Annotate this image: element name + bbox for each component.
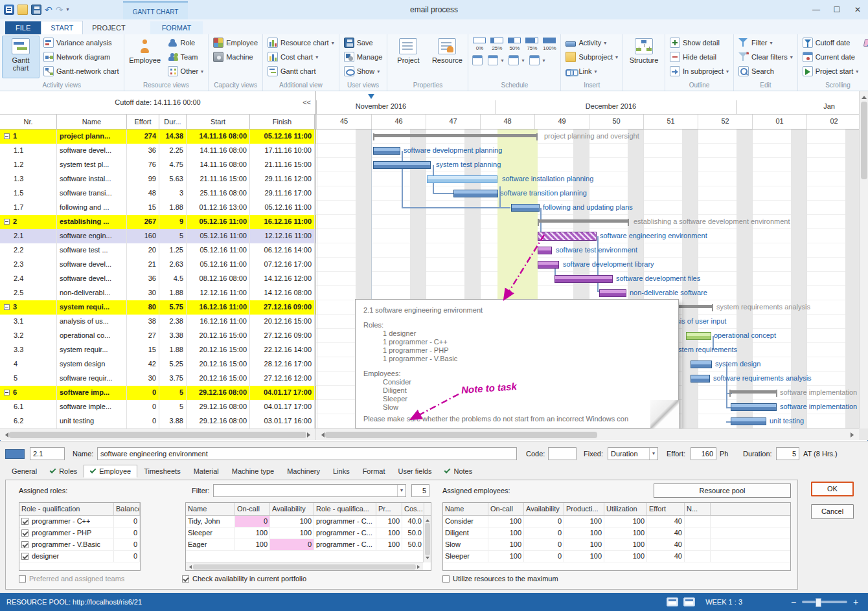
task-bar[interactable]	[453, 190, 498, 197]
column-header-producti[interactable]: Producti...	[564, 503, 604, 515]
timeline-week-47[interactable]: 47	[426, 115, 480, 129]
task-color-swatch[interactable]	[5, 449, 25, 459]
column-header-dur[interactable]: Dur...	[159, 115, 187, 129]
tab-timesheets[interactable]: Timesheets	[137, 465, 187, 478]
ribbon-button-search[interactable]: Search	[736, 64, 795, 78]
eraser-icon[interactable]	[863, 39, 868, 47]
ribbon-button-resource-chart[interactable]: Resource chart▾	[265, 36, 337, 50]
task-row[interactable]: 5software requir...303.7520.12.16 15:002…	[0, 372, 315, 386]
hscrollbar-thumb[interactable]	[193, 564, 416, 570]
table-hscrollbar-thumb[interactable]	[9, 432, 306, 438]
ribbon-button-subproject[interactable]: Subproject▾	[563, 50, 621, 64]
undo-icon[interactable]: ↶	[45, 5, 52, 15]
ribbon-button-in-subproject[interactable]: In subproject▾	[667, 64, 731, 78]
zoom-in-button[interactable]: +	[850, 597, 862, 607]
view-toggle-1-icon[interactable]	[667, 597, 678, 606]
task-name-input[interactable]: software engineering environment	[97, 447, 517, 460]
code-input[interactable]	[548, 447, 577, 460]
task-row[interactable]: 3system requi...805.7516.12.16 11:0027.1…	[0, 300, 315, 315]
table-row[interactable]: programmer - C++0	[19, 516, 140, 528]
table-row[interactable]: Consider100010010040	[443, 516, 790, 528]
task-bar[interactable]	[427, 175, 497, 183]
tab-user-fields[interactable]: User fields	[391, 465, 438, 478]
task-row[interactable]: 2.4software devel...364.508.12.16 08:001…	[0, 272, 315, 286]
checkbox-preferred-and-assigned-teams[interactable]: Preferred and assigned teams	[19, 575, 124, 583]
ribbon-button-link[interactable]: Link▾	[563, 64, 621, 78]
checkbox-icon[interactable]	[21, 518, 29, 525]
ribbon-button-show-detail[interactable]: Show detail	[667, 36, 731, 50]
ribbon-button-variance-analysis[interactable]: Variance analysis	[41, 36, 122, 50]
collapse-toggle-icon[interactable]	[4, 133, 10, 139]
column-header-role-qualification[interactable]: Role - qualification	[19, 503, 114, 515]
chart-scroll-right-icon[interactable]	[850, 432, 859, 438]
ribbon-button-gantt-network-chart[interactable]: Gantt-network chart	[41, 64, 122, 78]
task-bar[interactable]	[538, 247, 552, 254]
column-header-name[interactable]: Name	[443, 503, 488, 515]
collapse-panel-button[interactable]: <<	[301, 97, 313, 107]
ribbon-button-show[interactable]: Show▾	[341, 64, 385, 78]
task-bar[interactable]	[731, 417, 766, 425]
checkbox-icon[interactable]	[21, 553, 29, 560]
timeline-week-52[interactable]: 52	[698, 115, 752, 129]
vscrollbar-thumb[interactable]	[425, 523, 430, 555]
view-toggle-2-icon[interactable]	[683, 597, 695, 606]
zoom-out-button[interactable]: −	[788, 597, 799, 607]
fixed-select[interactable]: Duration ▾	[608, 447, 658, 460]
column-header-name[interactable]: Name	[186, 503, 235, 515]
scroll-left-icon[interactable]	[187, 565, 192, 569]
ribbon-button-network-diagram[interactable]: Network diagram	[41, 50, 122, 64]
schedule-option-3-button[interactable]: ▾	[507, 53, 526, 67]
task-bar[interactable]	[554, 275, 613, 283]
tab-machine-type[interactable]: Machine type	[225, 465, 280, 478]
task-row[interactable]: 2.2software test ...201.2505.12.16 11:00…	[0, 243, 315, 258]
tab-roles[interactable]: Roles	[43, 465, 84, 478]
task-row[interactable]: 1.5software transi...48325.11.16 08:0029…	[0, 186, 315, 201]
timeline-week-49[interactable]: 49	[534, 115, 589, 129]
task-nr-field[interactable]: 2.1	[30, 447, 65, 460]
table-row[interactable]: Slow100010010040	[443, 539, 790, 551]
column-header-effort[interactable]: Effort	[647, 503, 685, 515]
column-header-utilization[interactable]: Utilization	[604, 503, 647, 515]
open-folder-icon[interactable]	[17, 5, 28, 15]
column-header-n[interactable]: N...	[685, 503, 711, 515]
collapse-toggle-icon[interactable]	[4, 304, 10, 310]
schedule-option-2-button[interactable]: ▾	[486, 53, 505, 67]
column-header-finish[interactable]: Finish	[250, 115, 315, 129]
task-row[interactable]: 3.3system requir...151.8820.12.16 15:002…	[0, 343, 315, 357]
task-row[interactable]: 1.2system test pl...764.7514.11.16 08:00…	[0, 158, 315, 172]
column-header-on-call[interactable]: On-call	[488, 503, 524, 515]
tab-format[interactable]: FORMAT	[150, 21, 203, 34]
tab-material[interactable]: Material	[187, 465, 225, 478]
ribbon-button-cutoff-date[interactable]: Cutoff date	[800, 36, 862, 50]
table-hscrollbar[interactable]	[186, 562, 423, 570]
tab-format[interactable]: Format	[356, 465, 392, 478]
collapse-toggle-icon[interactable]	[4, 390, 10, 395]
filter-combobox[interactable]: ▾	[213, 484, 406, 497]
ribbon-button-machine[interactable]: Machine	[211, 50, 260, 64]
timeline-week-46[interactable]: 46	[371, 115, 426, 129]
chart-scroll-left-icon[interactable]	[316, 432, 325, 438]
tab-start[interactable]: START	[41, 21, 83, 34]
task-row[interactable]: 1.1software devel...362.2514.11.16 08:00…	[0, 144, 315, 158]
duration-input[interactable]: 5	[776, 447, 799, 460]
table-row[interactable]: programmer - PHP0	[19, 528, 140, 539]
chart-hscrollbar-thumb[interactable]	[325, 432, 597, 438]
checkbox-icon[interactable]	[21, 541, 29, 548]
summary-bar[interactable]	[729, 390, 777, 394]
scroll-up-icon[interactable]	[860, 91, 868, 99]
schedule-percent-100-button[interactable]: 100%	[542, 37, 557, 51]
table-row[interactable]: programmer - V.Basic0	[19, 539, 140, 551]
tab-project[interactable]: PROJECT	[83, 21, 134, 34]
ribbon-button-structure[interactable]: Structure	[625, 36, 663, 78]
column-header-start[interactable]: Start	[187, 115, 250, 129]
schedule-option-1-button[interactable]	[470, 53, 485, 67]
timeline-week-45[interactable]: 45	[316, 115, 371, 129]
column-header-name[interactable]: Name	[57, 115, 127, 129]
ribbon-button-filter[interactable]: Filter▾	[736, 36, 795, 50]
summary-bar[interactable]	[538, 219, 629, 223]
task-bar[interactable]	[599, 289, 626, 297]
task-bar[interactable]	[538, 261, 559, 269]
table-row[interactable]: Eager1000programmer - C...10050.0	[186, 539, 431, 551]
ribbon-button-resource[interactable]: Resource	[428, 36, 466, 78]
task-bar[interactable]	[691, 361, 712, 368]
